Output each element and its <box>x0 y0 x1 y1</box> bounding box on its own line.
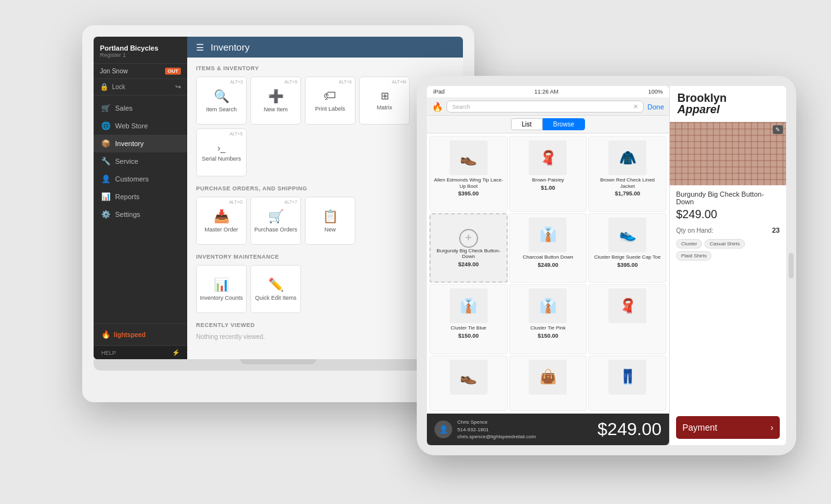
product-cell-tie-pink[interactable]: 👔 Cluster Tie Pink $150.00 <box>509 284 588 353</box>
product-price-beige: $395.00 <box>617 262 638 268</box>
item-search-label: Item Search <box>206 106 237 113</box>
product-cell-paisley[interactable]: 🧣 Brown Paisley $1.00 <box>509 136 588 212</box>
item-search-card[interactable]: ALT+3 🔍 Item Search <box>196 77 247 125</box>
shortcut-alt3: ALT+3 <box>230 80 243 84</box>
hamburger-icon[interactable]: ☰ <box>196 42 204 52</box>
recently-viewed-section: RECENTLY VIEWED Nothing recently viewed. <box>196 322 454 340</box>
sidebar-item-customers-label: Customers <box>115 175 149 183</box>
product-cell-add[interactable]: + Burgundy Big Check Button-Down $249.00 <box>429 213 508 283</box>
reports-icon: 📊 <box>101 192 110 201</box>
register-label: Register 1 <box>100 52 181 58</box>
product-name-jacket: Brown Red Check Lined Jacket <box>593 177 662 189</box>
browse-tab[interactable]: Browse <box>543 118 585 130</box>
product-cell-tie-blue[interactable]: 👔 Cluster Tie Blue $150.00 <box>429 284 508 353</box>
sidebar-item-customers[interactable]: 👤 Customers <box>94 170 187 188</box>
sidebar-item-webstore[interactable]: 🌐 Web Store <box>94 117 187 135</box>
sidebar-item-inventory-label: Inventory <box>115 140 144 147</box>
shortcut-alt9: ALT+9 <box>285 80 297 84</box>
product-cell-shoes[interactable]: 👞 <box>429 355 508 412</box>
inventory-icon: 📦 <box>101 139 110 148</box>
total-price: $249.00 <box>598 419 662 439</box>
list-tab[interactable]: List <box>511 118 543 130</box>
done-button[interactable]: Done <box>648 103 664 111</box>
service-icon: 🔧 <box>101 157 110 166</box>
sidebar-item-service[interactable]: 🔧 Service <box>94 152 187 170</box>
settings-icon: ⚙️ <box>101 210 110 219</box>
sidebar-item-service-label: Service <box>115 157 138 165</box>
product-img-tie-blue: 👔 <box>450 288 488 323</box>
add-circle-icon[interactable]: + <box>459 229 478 248</box>
new-icon: 📋 <box>323 209 338 224</box>
product-cell-jacket[interactable]: 🧥 Brown Red Check Lined Jacket $1,795.00 <box>588 136 667 212</box>
tag-cluster[interactable]: Cluster <box>676 239 702 249</box>
shortcut-alt9b: ALT+9 <box>339 80 352 84</box>
app-flame-icon: 🔥 <box>432 102 443 112</box>
logout-icon[interactable]: ↪ <box>175 83 181 91</box>
product-img-jacket: 🧥 <box>608 140 646 175</box>
customer-phone: 514-932-1801 <box>457 426 536 433</box>
quick-edit-icon: ✏️ <box>268 277 284 292</box>
detail-product-image: ✎ <box>670 122 786 185</box>
product-cell-scarf[interactable]: 🧣 <box>588 284 667 353</box>
product-cell-charcoal[interactable]: 👔 Charcoal Button Down $249.00 <box>509 213 588 283</box>
tag-casual-shirts[interactable]: Casual Shirts <box>705 239 745 249</box>
sidebar-item-inventory[interactable]: 📦 Inventory <box>94 135 187 152</box>
ipad-label: iPad <box>433 89 445 95</box>
sidebar-item-reports[interactable]: 📊 Reports <box>94 188 187 206</box>
ipad-home-button[interactable] <box>789 253 794 278</box>
edit-icon[interactable]: ✎ <box>773 125 783 134</box>
product-img-paisley: 🧣 <box>529 140 567 175</box>
new-card[interactable]: 📋 New <box>305 197 355 245</box>
product-price-tie-pink: $150.00 <box>538 333 558 339</box>
search-placeholder: Search <box>452 104 471 110</box>
master-order-card[interactable]: ALT+O 📥 Master Order <box>196 197 247 245</box>
product-cell-beige[interactable]: 👟 Cluster Beige Suede Cap Toe $395.00 <box>588 213 667 283</box>
detail-price: $249.00 <box>676 208 780 221</box>
product-name-tie-blue: Cluster Tie Blue <box>451 325 486 331</box>
product-cell-boots[interactable]: 👞 Allen Edmonds Wing Tip Lace-Up Boot $3… <box>429 136 508 212</box>
customer-name: Chris Spence <box>457 419 536 426</box>
product-price-boots: $395.00 <box>459 190 479 197</box>
serial-numbers-card[interactable]: ALT+S ›_ Serial Numbers <box>196 128 247 176</box>
purchase-orders-grid: ALT+O 📥 Master Order ALT+7 🛒 Purchase Or… <box>196 197 454 245</box>
help-label[interactable]: HELP <box>101 350 116 356</box>
product-name-boots: Allen Edmonds Wing Tip Lace-Up Boot <box>434 177 503 189</box>
tag-plaid-shirts[interactable]: Plaid Shirts <box>676 251 711 261</box>
brand-header: Brooklyn Apparel <box>670 86 786 122</box>
detail-body: Burgundy Big Check Button-Down $249.00 Q… <box>670 185 786 411</box>
matrix-card[interactable]: ALT+M ⊞ Matrix <box>359 77 410 125</box>
sidebar-item-settings[interactable]: ⚙️ Settings <box>94 206 187 223</box>
product-cell-pants[interactable]: 👖 <box>588 355 667 412</box>
quick-edit-card[interactable]: ✏️ Quick Edit Items <box>250 265 301 313</box>
list-browse-tabs: List Browse <box>427 116 669 133</box>
product-price-paisley: $1.00 <box>541 185 555 191</box>
search-box[interactable]: Search ✕ <box>446 101 644 113</box>
qty-row: Qty on Hand: 23 <box>676 226 780 234</box>
product-img-beige: 👟 <box>608 218 646 252</box>
product-img-bag: 👜 <box>529 360 567 395</box>
payment-label: Payment <box>682 422 717 433</box>
master-order-icon: 📥 <box>214 209 230 224</box>
clear-search-icon[interactable]: ✕ <box>633 103 638 110</box>
sidebar-item-sales[interactable]: 🛒 Sales <box>94 99 187 117</box>
purchase-orders-card[interactable]: ALT+7 🛒 Purchase Orders <box>250 197 301 245</box>
product-img-shoes: 👞 <box>450 360 488 395</box>
product-img-scarf: 🧣 <box>608 288 646 323</box>
ipad-screen: iPad 11:26 AM 100% 🔥 Search ✕ Done List … <box>427 86 669 445</box>
product-img-pants: 👖 <box>608 360 646 395</box>
payment-button[interactable]: Payment › <box>676 416 780 439</box>
help-bar: HELP ⚡ <box>94 345 187 359</box>
search-icon: 🔍 <box>214 89 230 104</box>
nothing-text: Nothing recently viewed. <box>196 333 454 340</box>
sidebar-item-webstore-label: Web Store <box>115 122 148 130</box>
recently-viewed-label: RECENTLY VIEWED <box>196 322 454 328</box>
print-labels-card[interactable]: ALT+9 🏷 Print Labels <box>305 77 355 125</box>
lock-item[interactable]: 🔒 Lock <box>100 83 125 91</box>
inventory-counts-card[interactable]: 📊 Inventory Counts <box>196 265 247 313</box>
new-item-card[interactable]: ALT+9 ➕ New Item <box>250 77 301 125</box>
new-label: New <box>324 226 336 233</box>
shortcut-alts: ALT+S <box>230 132 243 136</box>
product-price-jacket: $1,795.00 <box>615 190 640 197</box>
inventory-counts-label: Inventory Counts <box>200 295 243 302</box>
product-cell-bag[interactable]: 👜 <box>509 355 588 412</box>
